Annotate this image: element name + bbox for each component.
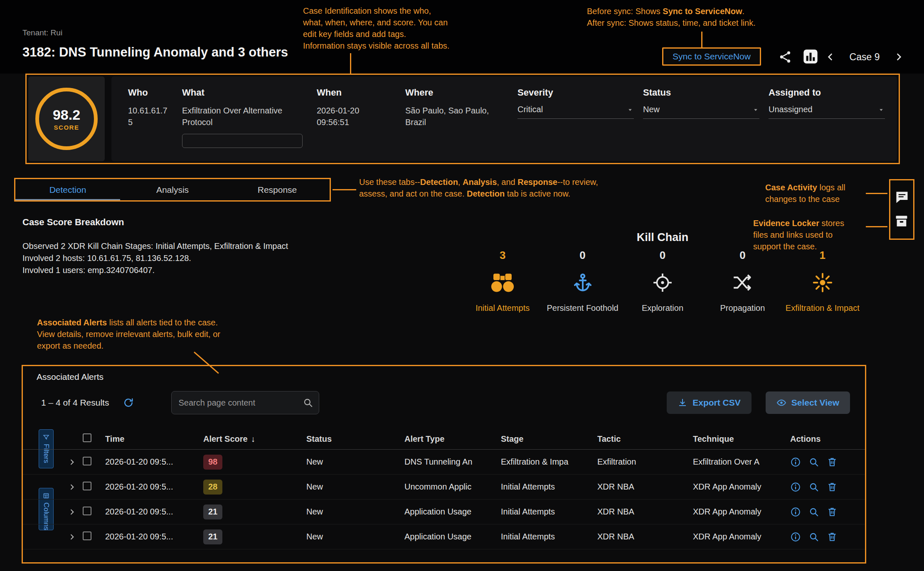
binoculars-icon <box>490 273 515 293</box>
tag-input[interactable] <box>182 134 303 148</box>
field-what-value: Exfiltration Over Alternative Protocol <box>182 105 307 128</box>
assigned-value: Unassigned <box>769 105 813 114</box>
case-score-value: 98.2 <box>53 107 80 123</box>
info-icon[interactable] <box>790 507 801 517</box>
column-header-actions: Actions <box>790 434 855 444</box>
assigned-dropdown[interactable]: Unassigned <box>769 105 885 119</box>
cell-actions <box>790 482 855 492</box>
stage-count: 0 <box>623 249 702 262</box>
row-checkbox[interactable] <box>83 482 91 490</box>
column-header-alert-score[interactable]: Alert Score↓ <box>203 434 306 444</box>
severity-dropdown[interactable]: Critical <box>517 105 634 119</box>
field-who-label: Who <box>128 87 170 98</box>
delete-trash-icon[interactable] <box>827 532 838 542</box>
select-view-label: Select View <box>791 398 839 408</box>
case-score-breakdown: Observed 2 XDR Kill Chain Stages: Initia… <box>22 240 288 276</box>
info-icon[interactable] <box>790 482 801 492</box>
previous-case-button[interactable] <box>825 52 836 62</box>
annotation-line <box>866 226 887 227</box>
table-row: 2026-01-20 09:5... 28 New Uncommon Appli… <box>23 475 865 500</box>
alert-score-badge: 21 <box>203 529 222 544</box>
sync-to-servicenow-button[interactable]: Sync to ServiceNow <box>662 47 761 66</box>
evidence-locker-icon[interactable] <box>894 214 909 229</box>
tab-response[interactable]: Response <box>225 179 330 200</box>
search-input[interactable] <box>171 391 319 414</box>
expand-row-chevron-icon[interactable] <box>68 508 83 516</box>
sync-button-label: Sync to ServiceNow <box>673 52 751 61</box>
info-icon[interactable] <box>790 532 801 542</box>
cell-tactic: Exfiltration <box>597 457 693 467</box>
alert-score-badge: 98 <box>203 455 222 470</box>
cell-time: 2026-01-20 09:5... <box>105 507 203 517</box>
share-icon[interactable] <box>778 50 792 64</box>
breakdown-line: Involved 1 users: emp.3240706407. <box>22 264 288 276</box>
search-details-icon[interactable] <box>808 532 819 542</box>
cell-alert-type: Application Usage <box>404 507 501 517</box>
column-header-status[interactable]: Status <box>306 434 404 444</box>
cell-alert-type: Application Usage <box>404 532 501 541</box>
info-icon[interactable] <box>790 457 801 468</box>
field-when: When 2026-01-20 09:56:51 <box>317 87 385 161</box>
field-where: Where São Paulo, Sao Paulo, Brazil <box>405 87 505 161</box>
cell-stage: Initial Attempts <box>501 482 597 492</box>
cell-tactic: XDR NBA <box>597 482 693 492</box>
download-icon <box>678 398 687 408</box>
stage-label: Exfiltration & Impact <box>783 303 862 313</box>
status-value: New <box>643 105 660 114</box>
cell-alert-score: 21 <box>203 505 306 519</box>
cell-stage: Exfiltration & Impa <box>501 457 597 467</box>
delete-trash-icon[interactable] <box>827 507 838 517</box>
anchor-icon <box>572 272 593 293</box>
annotation-line <box>866 193 887 194</box>
next-case-button[interactable] <box>893 52 904 62</box>
row-checkbox[interactable] <box>83 507 91 515</box>
analytics-chart-icon[interactable] <box>802 48 819 65</box>
annotation-tabs: Use these tabs--Detection, Analysis, and… <box>359 176 671 199</box>
cell-tactic: XDR NBA <box>597 532 693 541</box>
expand-row-chevron-icon[interactable] <box>68 533 83 541</box>
refresh-icon[interactable] <box>123 397 134 408</box>
kill-chain-stage-exfiltration-impact: 1 Exfiltration & Impact <box>783 249 862 313</box>
cell-tactic: XDR NBA <box>597 507 693 517</box>
tab-detection[interactable]: Detection <box>15 179 120 200</box>
column-header-stage[interactable]: Stage <box>501 434 597 444</box>
row-checkbox[interactable] <box>83 457 91 465</box>
select-all-checkbox[interactable] <box>83 433 91 442</box>
stage-label: Propagation <box>702 303 782 313</box>
annotation-case-activity: Case Activity logs all changes to the ca… <box>765 182 869 205</box>
cell-status: New <box>306 532 404 541</box>
cell-status: New <box>306 457 404 467</box>
select-view-button[interactable]: Select View <box>766 391 850 414</box>
search-details-icon[interactable] <box>808 457 819 468</box>
case-score-label: SCORE <box>54 124 79 131</box>
search-box <box>171 391 319 414</box>
field-when-label: When <box>317 87 385 98</box>
column-header-technique[interactable]: Technique <box>693 434 790 444</box>
case-fields: Who 10.61.61.75 What Exfiltration Over A… <box>111 76 897 161</box>
kill-chain: Kill Chain 3 Initial Attempts 0 Persiste… <box>463 231 862 313</box>
column-header-time[interactable]: Time <box>105 434 203 444</box>
search-details-icon[interactable] <box>808 482 819 492</box>
delete-trash-icon[interactable] <box>827 457 838 468</box>
status-dropdown[interactable]: New <box>643 105 759 119</box>
delete-trash-icon[interactable] <box>827 482 838 492</box>
cell-actions <box>790 507 855 517</box>
export-csv-button[interactable]: Export CSV <box>667 391 752 414</box>
cell-stage: Initial Attempts <box>501 507 597 517</box>
search-details-icon[interactable] <box>808 507 819 517</box>
alerts-table-body: 2026-01-20 09:5... 98 New DNS Tunneling … <box>23 450 865 549</box>
expand-row-chevron-icon[interactable] <box>68 483 83 491</box>
tab-analysis[interactable]: Analysis <box>120 179 225 200</box>
cell-alert-type: Uncommon Applic <box>404 482 501 492</box>
column-header-tactic[interactable]: Tactic <box>597 434 693 444</box>
row-checkbox[interactable] <box>83 532 91 540</box>
kill-chain-title: Kill Chain <box>463 231 862 244</box>
expand-row-chevron-icon[interactable] <box>68 458 83 466</box>
sort-descending-icon: ↓ <box>251 434 255 443</box>
field-what-label: What <box>182 87 307 98</box>
stage-count: 1 <box>783 249 862 262</box>
case-activity-icon[interactable] <box>894 190 909 205</box>
table-row: 2026-01-20 09:5... 21 New Application Us… <box>23 524 865 549</box>
column-header-alert-type[interactable]: Alert Type <box>404 434 501 444</box>
breakdown-line: Involved 2 hosts: 10.61.61.75, 81.136.52… <box>22 252 288 264</box>
